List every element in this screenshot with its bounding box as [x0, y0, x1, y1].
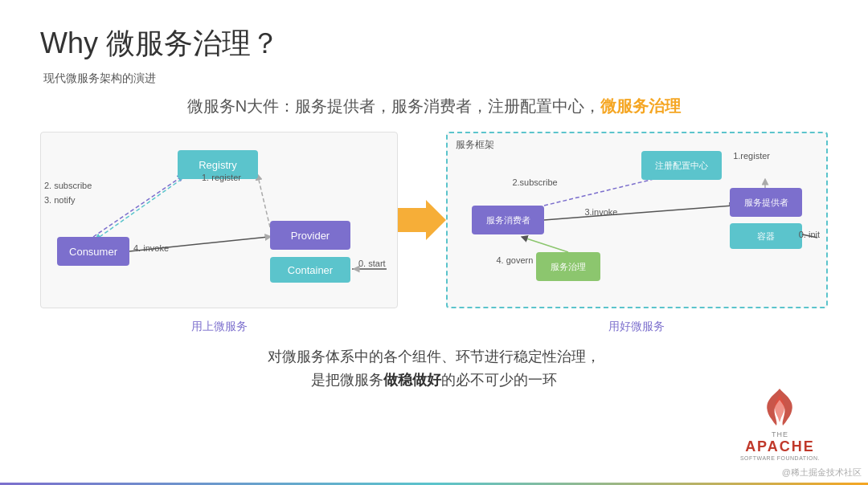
apache-the-text: THE	[740, 430, 820, 438]
apache-software-text: SOFTWARE FOUNDATION.	[740, 455, 820, 461]
left-consumer-box: Consumer	[57, 237, 129, 266]
bottom-text-prefix: 是把微服务	[311, 372, 383, 388]
svg-line-9	[544, 206, 733, 220]
bottom-text-line1: 对微服务体系中的各个组件、环节进行稳定性治理，	[40, 345, 828, 369]
slide: Why 微服务治理？ 现代微服务架构的演进 微服务N大件：服务提供者，服务消费者…	[0, 0, 868, 485]
right-diagram: 服务框架	[446, 132, 828, 308]
svg-line-0	[93, 177, 182, 237]
arrow-between	[398, 200, 446, 240]
bottom-text-bold: 做稳做好	[383, 372, 441, 388]
right-govern-box: 服务治理	[536, 252, 600, 281]
notify-label: 3. notify	[44, 195, 76, 205]
bottom-text-suffix: 的必不可少的一环	[441, 372, 557, 388]
headline-highlight: 微服务治理	[600, 97, 681, 115]
start-label: 0. start	[358, 259, 386, 268]
r-register-label: 1.register	[733, 151, 770, 161]
r-init-label: 0. init	[799, 230, 820, 239]
headline: 微服务N大件：服务提供者，服务消费者，注册配置中心，微服务治理	[40, 96, 828, 117]
r-govern-label: 4. govern	[496, 255, 533, 265]
diagrams-row: Registry Consumer Provider Container 2. …	[40, 132, 828, 308]
subscribe-label: 2. subscribe	[44, 181, 92, 190]
watermark: @稀土掘金技术社区	[782, 467, 862, 479]
page-title: Why 微服务治理？	[40, 24, 828, 63]
bottom-text-line2: 是把微服务做稳做好的必不可少的一环	[40, 369, 828, 392]
left-container-box: Container	[270, 257, 350, 283]
svg-marker-6	[398, 200, 446, 240]
svg-line-1	[97, 179, 182, 238]
right-consumer-box: 服务消费者	[472, 206, 544, 234]
r-invoke-label: 3.invoke	[584, 207, 617, 217]
left-diagram: Registry Consumer Provider Container 2. …	[40, 132, 398, 308]
diagram-labels-row: 用上微服务 用好微服务	[40, 320, 828, 334]
left-diagram-label: 用上微服务	[40, 320, 399, 334]
r-subscribe-label: 2.subscribe	[512, 177, 557, 187]
right-container-box: 容器	[730, 223, 802, 249]
svg-line-2	[258, 177, 270, 227]
apache-logo: THE APACHE SOFTWARE FOUNDATION.	[740, 387, 820, 461]
register-label: 1. register	[202, 173, 241, 182]
right-registry-box: 注册配置中心	[641, 151, 722, 180]
bottom-text: 对微服务体系中的各个组件、环节进行稳定性治理， 是把微服务做稳做好的必不可少的一…	[40, 345, 828, 392]
apache-name-text: APACHE	[740, 438, 820, 455]
apache-feather-icon	[764, 387, 796, 427]
right-provider-box: 服务提供者	[730, 188, 802, 217]
left-provider-box: Provider	[270, 221, 350, 250]
invoke-label: 4. invoke	[133, 243, 169, 253]
subtitle: 现代微服务架构的演进	[40, 71, 828, 86]
svg-line-10	[524, 238, 568, 252]
headline-text: 微服务N大件：服务提供者，服务消费者，注册配置中心，	[187, 97, 600, 115]
right-diagram-label: 用好微服务	[446, 320, 828, 334]
